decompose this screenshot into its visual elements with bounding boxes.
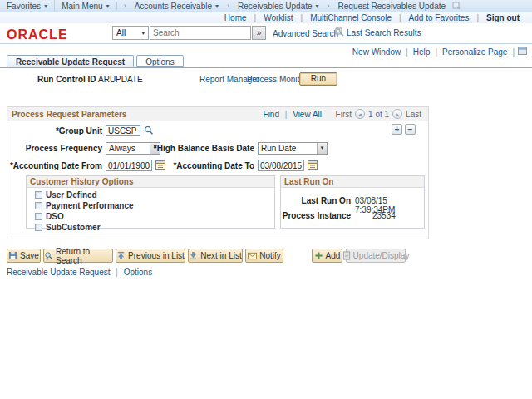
return-to-search-button[interactable]: Return to Search (43, 249, 113, 263)
save-icon (8, 251, 17, 260)
personalize-page-link[interactable]: Personalize Page (442, 47, 507, 57)
accounting-date-to-input[interactable] (258, 160, 304, 171)
main-menu[interactable]: Main Menu ▾ (54, 0, 116, 12)
last-run-on-title: Last Run On (281, 176, 424, 188)
last-search-results-link[interactable]: Last Search Results (347, 28, 421, 37)
separator: | (473, 13, 482, 22)
separator: | (112, 268, 121, 277)
search-scope-select[interactable]: All ▾ (112, 26, 149, 40)
notify-button[interactable]: Notify (245, 249, 283, 263)
oracle-logo: ORACLE (7, 27, 68, 42)
breadcrumb-separator-icon: › (326, 2, 332, 10)
last-run-on-label: Last Run On (281, 196, 351, 205)
checkbox-payment-performance[interactable] (35, 202, 42, 209)
save-button[interactable]: Save (7, 249, 41, 263)
delete-row-button[interactable]: − (405, 124, 416, 135)
home-link[interactable]: Home (224, 13, 247, 22)
breadcrumb-receivables-update[interactable]: Receivables Update ▾ (231, 0, 326, 12)
breadcrumb-accounts-receivable[interactable]: Accounts Receivable ▾ (128, 0, 225, 12)
return-to-search-icon (44, 251, 53, 260)
add-row-button[interactable]: + (392, 124, 402, 135)
checkbox-dso[interactable] (35, 213, 42, 220)
main-menu-label: Main Menu (62, 2, 102, 11)
pager-last-label[interactable]: Last (406, 110, 421, 119)
advanced-search-link[interactable]: Advanced Search (273, 29, 338, 38)
peoplesoft-page: Favorites ▾ Main Menu ▾ › Accounts Recei… (0, 0, 532, 399)
tab-bar: Receivable Update Request Options (7, 55, 186, 67)
notify-icon (248, 252, 257, 260)
add-button[interactable]: Add (312, 249, 342, 263)
high-balance-basis-date-select[interactable]: Run Date ▼ (258, 142, 328, 155)
update-display-button: Update/Display (346, 249, 406, 263)
tab-options[interactable]: Options (136, 55, 183, 67)
help-link[interactable]: Help (413, 47, 431, 57)
notify-label: Notify (259, 251, 281, 260)
breadcrumb-edit-icon[interactable] (452, 1, 461, 11)
tab-receivable-update-request[interactable]: Receivable Update Request (7, 55, 134, 67)
new-window-link[interactable]: New Window (352, 47, 401, 57)
checkbox-label: Payment Performance (46, 201, 134, 210)
breadcrumb-label: Accounts Receivable (135, 2, 212, 11)
update-display-label: Update/Display (353, 251, 410, 260)
pager: First ◂ 1 of 1 ▸ Last (336, 109, 421, 119)
breadcrumb: Favorites ▾ Main Menu ▾ › Accounts Recei… (0, 0, 532, 12)
footer-options-link[interactable]: Options (124, 268, 152, 277)
search-input[interactable] (150, 26, 251, 40)
previous-in-list-label: Previous in List (128, 251, 185, 260)
previous-in-list-button[interactable]: Previous in List (116, 249, 185, 263)
multichannel-console-link[interactable]: MultiChannel Console (310, 13, 392, 22)
high-balance-basis-date-label: *High Balance Basis Date (132, 144, 254, 153)
find-link[interactable]: Find (264, 110, 279, 119)
worklist-link[interactable]: Worklist (264, 13, 293, 22)
breadcrumb-separator-icon: › (116, 2, 128, 10)
breadcrumb-label: Receivables Update (238, 2, 313, 11)
personalize-layout-icon[interactable] (518, 47, 527, 57)
customer-history-options-box: Customer History Options User Defined Pa… (26, 175, 275, 229)
previous-in-list-icon (116, 251, 126, 260)
tab-label: Options (145, 57, 174, 66)
next-in-list-icon (189, 251, 198, 260)
group-unit-input[interactable] (106, 125, 140, 136)
run-control-id-value: ARUPDATE (98, 75, 143, 84)
pager-first-label[interactable]: First (336, 110, 352, 119)
next-in-list-button[interactable]: Next in List (188, 249, 243, 263)
chevron-down-icon: ▾ (215, 2, 219, 10)
breadcrumb-separator-icon: › (225, 2, 231, 10)
separator: | (298, 13, 307, 22)
add-to-favorites-link[interactable]: Add to Favorites (409, 13, 470, 22)
next-row-icon[interactable]: ▸ (392, 109, 402, 119)
utility-bar: Home | Worklist | MultiChannel Console |… (0, 12, 532, 23)
add-icon (314, 251, 323, 260)
chevron-down-icon: ▾ (44, 2, 47, 10)
process-monitor-link[interactable]: Process Monitor (247, 75, 307, 84)
sign-out-link[interactable]: Sign out (486, 13, 520, 22)
separator: | (402, 47, 411, 57)
search-go-button[interactable]: » (252, 26, 266, 40)
process-instance-label: Process Instance (281, 211, 351, 220)
footer-receivable-update-request-link[interactable]: Receivable Update Request (7, 268, 111, 277)
view-all-link[interactable]: View All (293, 110, 322, 119)
checkbox-user-defined[interactable] (35, 191, 42, 199)
high-balance-basis-date-value: Run Date (259, 144, 317, 153)
last-search-results-icon (335, 27, 344, 38)
page-links: New Window | Help | Personalize Page | (351, 47, 527, 57)
breadcrumb-label: Request Receivables Update (338, 2, 446, 11)
return-to-search-label: Return to Search (56, 247, 112, 265)
run-button[interactable]: Run (299, 72, 337, 86)
last-run-on-box: Last Run On Last Run On 03/08/15 7:39:34… (280, 175, 425, 229)
group-unit-lookup-icon[interactable] (144, 126, 154, 137)
chevron-down-icon: ▾ (316, 2, 319, 10)
select-arrow-icon: ▼ (317, 143, 327, 154)
favorites-menu[interactable]: Favorites ▾ (0, 0, 54, 12)
group-unit-label: *Group Unit (7, 126, 102, 135)
breadcrumb-request-receivables-update[interactable]: Request Receivables Update (332, 0, 453, 12)
separator: | (396, 13, 405, 22)
process-request-parameters-section: Process Request Parameters Find | View A… (7, 106, 429, 239)
checkbox-subcustomer[interactable] (35, 224, 42, 231)
process-frequency-label: Process Frequency (7, 144, 102, 153)
previous-row-icon[interactable]: ◂ (355, 109, 365, 119)
footer-links: Receivable Update Request | Options (7, 268, 152, 277)
accounting-date-to-label: *Accounting Date To (132, 161, 254, 170)
run-control-id-label: Run Control ID (37, 75, 96, 84)
accounting-date-to-calendar-icon[interactable] (308, 160, 318, 171)
